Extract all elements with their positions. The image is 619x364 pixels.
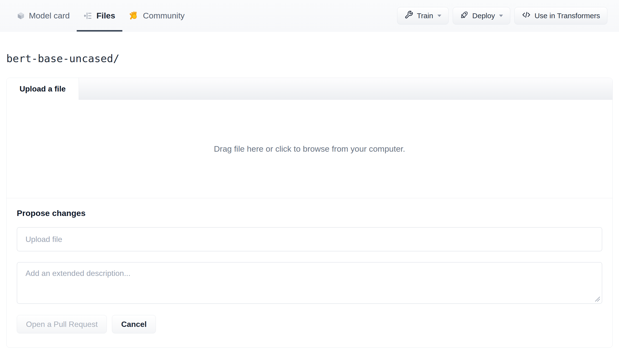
tab-community[interactable]: Community — [122, 0, 192, 31]
chevron-down-icon — [437, 14, 441, 17]
waving-hand-icon — [129, 11, 139, 21]
button-label: Deploy — [472, 12, 495, 20]
train-button[interactable]: Train — [397, 7, 448, 25]
files-list-icon — [84, 11, 93, 20]
cube-icon — [17, 12, 25, 20]
repo-action-buttons: Train Deploy — [397, 7, 607, 25]
chevron-down-icon — [499, 14, 503, 17]
tab-label: Files — [96, 11, 115, 20]
tab-upload-a-file[interactable]: Upload a file — [7, 78, 79, 100]
extended-description-textarea[interactable] — [17, 262, 602, 304]
page-content: bert-base-uncased/ Upload a file Drag fi… — [0, 31, 619, 348]
use-in-transformers-button[interactable]: Use in Transformers — [514, 7, 607, 25]
tab-label: Upload a file — [19, 84, 66, 93]
tab-model-card[interactable]: Model card — [10, 0, 77, 31]
tab-label: Community — [143, 11, 185, 20]
tab-files[interactable]: Files — [77, 0, 122, 31]
button-label: Use in Transformers — [535, 12, 600, 20]
file-dropzone[interactable]: Drag file here or click to browse from y… — [7, 100, 612, 198]
cancel-button[interactable]: Cancel — [112, 315, 156, 334]
upload-panel: Upload a file Drag file here or click to… — [6, 78, 613, 348]
deploy-button[interactable]: Deploy — [453, 7, 510, 25]
tab-strip-filler — [79, 78, 612, 100]
repo-tab-bar: Model card Files — [10, 0, 192, 31]
resize-handle-icon[interactable] — [594, 295, 601, 302]
breadcrumb[interactable]: bert-base-uncased/ — [6, 52, 119, 65]
propose-changes-section: Propose changes Open a Pull Request Canc… — [7, 198, 612, 348]
dropzone-text: Drag file here or click to browse from y… — [214, 144, 405, 154]
code-icon — [522, 10, 531, 21]
rocket-icon — [460, 10, 469, 21]
top-nav: Model card Files — [0, 0, 619, 31]
tab-label: Model card — [29, 11, 70, 20]
wrench-icon — [404, 10, 413, 21]
propose-actions-row: Open a Pull Request Cancel — [17, 315, 602, 334]
description-field-wrapper — [17, 262, 602, 304]
open-pull-request-button[interactable]: Open a Pull Request — [17, 315, 107, 334]
upload-file-input[interactable] — [17, 227, 602, 252]
propose-changes-heading: Propose changes — [17, 209, 602, 218]
button-label: Train — [417, 12, 433, 20]
upload-panel-tab-bar: Upload a file — [7, 78, 612, 100]
